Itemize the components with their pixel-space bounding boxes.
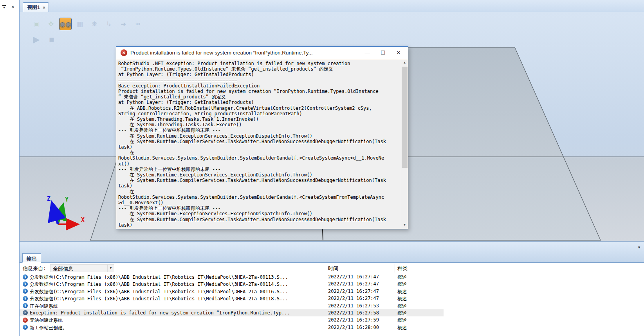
log-category: 概述	[397, 296, 407, 302]
log-severity-icon: i	[23, 274, 28, 280]
viewport-toolbar-row2: ▶■	[31, 34, 58, 45]
log-message: 分发数据包(C:\Program Files (x86)\ABB Industr…	[30, 281, 324, 288]
log-message: 新工作站已创建。	[30, 325, 324, 331]
filter-combobox[interactable]: 全部信息 ▼	[50, 264, 114, 272]
log-category: 概述	[397, 325, 407, 331]
output-log-row[interactable]: i 分发数据包(C:\Program Files (x86)\ABB Indus…	[20, 280, 444, 287]
log-severity-icon: i	[23, 296, 28, 301]
panel-close-icon[interactable]: ✕	[10, 4, 16, 10]
minimize-button[interactable]: —	[359, 48, 375, 58]
log-message: 分发数据包(C:\Program Files (x86)\ABB Industr…	[30, 289, 324, 295]
output-log-row[interactable]: i 分发数据包(C:\Program Files (x86)\ABB Indus…	[20, 295, 444, 302]
log-message: 分发数据包(C:\Program Files (x86)\ABB Industr…	[30, 296, 324, 302]
log-category: 概述	[397, 317, 407, 324]
log-message: 无法创建此系统	[30, 317, 324, 324]
output-log-row[interactable]: ✕ Exception: Product installation is fai…	[20, 309, 444, 316]
close-button[interactable]: ✕	[391, 48, 406, 58]
x-axis-label: X	[81, 216, 85, 223]
log-message: 正在创建系统	[30, 303, 324, 310]
grid-snap-icon[interactable]: ▦	[74, 18, 86, 30]
log-category: 概述	[397, 289, 407, 295]
dialog-title: Product installation is failed for new s…	[130, 50, 359, 56]
log-time: 2022/2/11 16:27:58	[328, 310, 379, 316]
output-log-row[interactable]: i 新工作站已创建。 2022/2/11 16:28:00 概述	[20, 324, 444, 331]
error-dialog: ✕ Product installation is failed for new…	[116, 46, 408, 229]
log-time: 2022/2/11 16:27:47	[328, 289, 379, 294]
log-severity-icon: i	[23, 289, 28, 294]
dialog-title-bar[interactable]: ✕ Product installation is failed for new…	[116, 47, 408, 59]
stop-icon[interactable]: ■	[46, 34, 58, 45]
tab-view1[interactable]: 视图1×	[23, 2, 49, 12]
log-time: 2022/2/11 16:28:00	[328, 325, 379, 330]
output-log-row[interactable]: i 分发数据包(C:\Program Files (x86)\ABB Indus…	[20, 288, 444, 295]
scroll-down-icon[interactable]: ▼	[401, 222, 408, 228]
frame-axes-icon[interactable]: ↳	[103, 18, 115, 30]
output-panel: ▼ 输出 信息来自: 全部信息 ▼ 时间 种类 i 分发数据包(C:\Progr…	[20, 242, 644, 336]
log-severity-icon: i	[23, 325, 28, 330]
dialog-body[interactable]: RobotStudio .NET exception: Product inst…	[116, 59, 399, 227]
output-header: ▼ 输出	[20, 242, 644, 263]
log-category: 概述	[397, 310, 407, 317]
log-time: 2022/2/11 16:27:53	[328, 303, 379, 309]
log-category: 概述	[397, 274, 407, 281]
log-category: 概述	[397, 303, 407, 310]
z-axis-label: Z	[47, 195, 51, 202]
column-separator	[326, 264, 326, 272]
linked-objects-icon[interactable]: ∞	[132, 18, 144, 30]
log-severity-icon: i	[23, 282, 28, 287]
snap-mode-icon[interactable]: ❋	[88, 18, 100, 30]
log-message: Exception: Product installation is faile…	[30, 310, 324, 316]
log-severity-icon: ✕	[23, 318, 28, 323]
output-log-row[interactable]: i 正在创建系统 2022/2/11 16:27:53 概述	[20, 302, 444, 309]
panel-pulldown-icon[interactable]: ▼	[2, 5, 6, 10]
play-icon[interactable]: ▶	[31, 34, 42, 45]
output-log-list: i 分发数据包(C:\Program Files (x86)\ABB Indus…	[20, 273, 644, 331]
filter-label: 信息来自:	[23, 265, 46, 272]
y-axis-arrow	[58, 206, 63, 224]
combo-arrow-icon[interactable]: ▼	[107, 265, 114, 272]
scroll-up-icon[interactable]: ▲	[401, 60, 408, 66]
document-tab-bar: 视图1×	[20, 0, 644, 12]
log-category: 概述	[397, 281, 407, 288]
view-all-icon[interactable]: ▣	[31, 18, 42, 30]
output-log-row[interactable]: i 分发数据包(C:\Program Files (x86)\ABB Indus…	[20, 273, 444, 280]
column-header-category[interactable]: 种类	[397, 265, 408, 272]
output-log-row[interactable]: ✕ 无法创建此系统 2022/2/11 16:27:59 概述	[20, 316, 444, 323]
tab-view1-label: 视图1	[27, 4, 40, 10]
viewport-toolbar-row1: ▣✥◉◉▦❋↳➜∞	[31, 18, 144, 30]
output-pulldown-icon[interactable]: ▼	[637, 245, 641, 249]
log-time: 2022/2/11 16:27:47	[328, 296, 379, 301]
log-time: 2022/2/11 16:27:47	[328, 281, 379, 287]
log-time: 2022/2/11 16:27:59	[328, 317, 379, 323]
z-axis-arrow	[52, 205, 58, 224]
filter-value: 全部信息	[53, 266, 73, 272]
log-message: 分发数据包(C:\Program Files (x86)\ABB Industr…	[30, 274, 324, 281]
log-severity-icon: i	[23, 303, 28, 308]
zoom-to-fit-icon[interactable]: ✥	[45, 18, 57, 30]
left-collapsed-panel: ▼ ✕	[0, 0, 20, 336]
error-icon: ✕	[121, 49, 127, 56]
column-separator	[395, 264, 395, 272]
tab-close-icon[interactable]: ×	[43, 5, 45, 10]
maximize-button[interactable]: ☐	[375, 48, 391, 58]
log-time: 2022/2/11 16:27:47	[328, 274, 379, 280]
column-header-time[interactable]: 时间	[328, 265, 338, 272]
log-severity-icon: ✕	[23, 310, 28, 315]
output-filter-row: 信息来自: 全部信息 ▼ 时间 种类	[20, 263, 644, 273]
jump-to-icon[interactable]: ➜	[117, 18, 129, 30]
dialog-scrollbar[interactable]: ▲ ▼	[401, 60, 408, 228]
y-axis-label: Y	[65, 196, 69, 203]
coordinate-triad: X Y Z	[42, 195, 85, 231]
freehand-move-icon[interactable]: ◉◉	[60, 18, 71, 30]
scrollbar-thumb[interactable]	[402, 67, 408, 168]
output-tab[interactable]: 输出	[22, 253, 41, 263]
robotstudio-window: ▼ ✕ 视图1× ▣✥◉◉▦❋↳➜∞ ▶■	[0, 0, 644, 336]
